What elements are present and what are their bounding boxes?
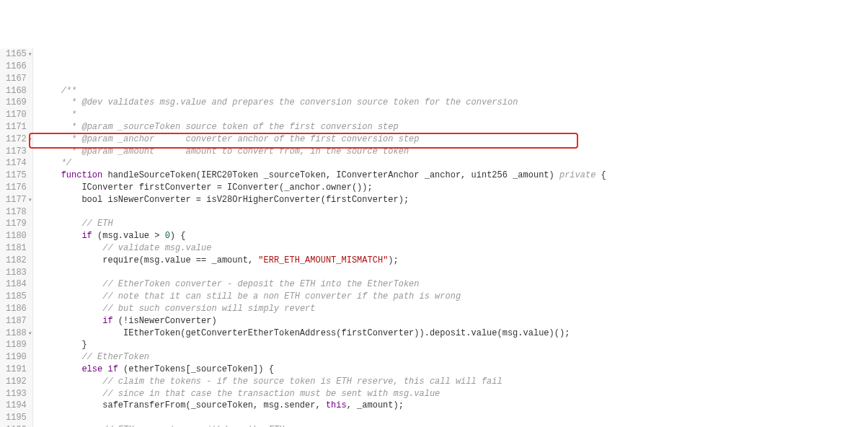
line-number: 1193 [6, 388, 27, 400]
line-number: 1179 [6, 218, 27, 230]
code-line[interactable]: // but such conversion will simply rever… [40, 303, 606, 315]
line-number: 1172▾ [6, 133, 27, 146]
line-number: 1183 [6, 267, 27, 279]
code-editor[interactable]: 1165▾1166116711681169117011711172▾117311… [0, 48, 868, 427]
line-number: 1190 [6, 351, 27, 364]
code-line[interactable]: if (!isNewerConverter) [40, 315, 606, 327]
line-number: 1188▾ [6, 327, 27, 340]
code-line[interactable]: } [40, 339, 606, 351]
line-number: 1191 [6, 364, 27, 376]
code-line[interactable]: // note that it can still be a non ETH c… [40, 291, 606, 303]
line-number: 1194 [6, 400, 27, 412]
fold-marker-icon[interactable]: ▾ [28, 329, 32, 339]
code-line[interactable]: // EtherToken [40, 351, 606, 364]
line-number: 1187 [6, 315, 27, 327]
line-number: 1165▾ [6, 48, 27, 61]
line-number: 1168 [6, 85, 27, 97]
line-number: 1170 [6, 109, 27, 121]
line-number: 1175 [6, 170, 27, 182]
line-number: 1184 [6, 278, 27, 291]
line-number: 1169 [6, 97, 27, 109]
code-line[interactable]: function handleSourceToken(IERC20Token _… [40, 170, 606, 182]
line-number: 1178 [6, 206, 27, 219]
fold-marker-icon[interactable]: ▾ [28, 50, 32, 60]
code-line[interactable]: else if (etherTokens[_sourceToken]) { [40, 364, 606, 376]
code-line[interactable]: // ETH converter - withdraw the ETH [40, 424, 606, 427]
line-number-gutter: 1165▾1166116711681169117011711172▾117311… [0, 48, 33, 427]
line-number: 1177▾ [6, 194, 27, 206]
line-number: 1189 [6, 339, 27, 351]
code-line[interactable]: // since in that case the transaction mu… [40, 388, 606, 400]
line-number: 1176 [6, 182, 27, 194]
code-line[interactable]: // validate msg.value [40, 242, 606, 255]
line-number: 1186 [6, 303, 27, 315]
code-line[interactable]: IConverter firstConverter = IConverter(_… [40, 182, 606, 194]
code-line[interactable]: require(msg.value == _amount, "ERR_ETH_A… [40, 255, 606, 267]
line-number: 1195 [6, 412, 27, 424]
line-number: 1167 [6, 73, 27, 85]
code-line[interactable]: * @param _sourceToken source token of th… [40, 121, 606, 133]
line-number: 1182 [6, 255, 27, 267]
code-line[interactable]: // claim the tokens - if the source toke… [40, 376, 606, 388]
code-line[interactable]: */ [40, 157, 606, 170]
line-number: 1166 [6, 61, 27, 73]
code-line[interactable]: safeTransferFrom(_sourceToken, msg.sende… [40, 400, 606, 412]
line-number: 1181 [6, 242, 27, 255]
code-line[interactable]: * @dev validates msg.value and prepares … [40, 97, 606, 109]
code-area[interactable]: /** * @dev validates msg.value and prepa… [33, 48, 606, 427]
code-line[interactable]: * [40, 109, 606, 121]
code-line[interactable]: // EtherToken converter - deposit the ET… [40, 278, 606, 291]
code-line[interactable]: bool isNewerConverter = isV28OrHigherCon… [40, 194, 606, 206]
line-number: 1180 [6, 230, 27, 242]
code-line[interactable]: if (msg.value > 0) { [40, 230, 606, 242]
line-number: 1196 [6, 424, 27, 427]
line-number: 1171 [6, 121, 27, 133]
code-line[interactable] [40, 267, 606, 279]
code-line[interactable]: * @param _amount amount to convert from,… [40, 146, 606, 158]
line-number: 1173 [6, 146, 27, 158]
code-line[interactable] [40, 206, 606, 219]
code-line[interactable]: /** [40, 85, 606, 97]
code-line[interactable]: * @param _anchor converter anchor of the… [40, 133, 606, 146]
code-line[interactable]: // ETH [40, 218, 606, 230]
line-number: 1185 [6, 291, 27, 303]
line-number: 1174 [6, 157, 27, 170]
line-number: 1192 [6, 376, 27, 388]
code-line[interactable]: IEtherToken(getConverterEtherTokenAddres… [40, 327, 606, 340]
code-line[interactable] [40, 412, 606, 424]
fold-marker-icon[interactable]: ▾ [28, 135, 32, 145]
fold-marker-icon[interactable]: ▾ [28, 195, 32, 206]
